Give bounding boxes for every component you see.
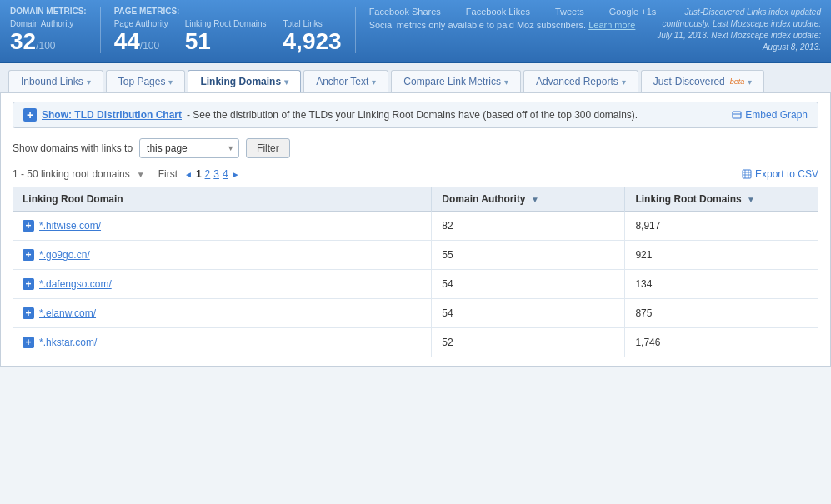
tab-top-pages[interactable]: Top Pages ▾ — [106, 70, 186, 92]
main-content: + Show: TLD Distribution Chart - See the… — [0, 93, 831, 367]
tab-advanced-reports[interactable]: Advanced Reports ▾ — [523, 70, 638, 92]
linking-root-domains-metric: Linking Root Domains 51 — [185, 19, 267, 53]
chevron-down-icon: ▾ — [372, 77, 376, 87]
filter-button[interactable]: Filter — [246, 138, 290, 158]
chevron-down-icon: ▾ — [622, 77, 626, 87]
chevron-down-icon: ▾ — [87, 77, 91, 87]
pagination-row: 1 - 50 linking root domains ▼ First ◄ 1 … — [13, 168, 818, 180]
page-authority-label: Page Authority — [114, 19, 168, 28]
linking-root-domains-value: 51 — [185, 30, 211, 53]
domain-authority-metric: Domain Authority 32/100 — [10, 19, 73, 53]
domain-link[interactable]: *.go9go.cn/ — [39, 249, 90, 261]
social-note: Social metrics only available to paid Mo… — [369, 20, 657, 30]
expand-row-button[interactable]: + — [23, 278, 34, 290]
domain-link[interactable]: *.elanw.com/ — [39, 307, 96, 319]
domain-cell: + *.elanw.com/ — [13, 299, 432, 328]
expand-row-button[interactable]: + — [23, 337, 34, 348]
total-links-value: 4,923 — [283, 30, 342, 53]
range-label: 1 - 50 linking root domains — [13, 168, 130, 180]
sort-desc-icon[interactable]: ▼ — [747, 195, 755, 204]
col-header-linking-root-domain: Linking Root Domain — [13, 187, 432, 212]
first-label[interactable]: First — [158, 168, 178, 180]
embed-icon — [732, 110, 742, 120]
svg-rect-0 — [733, 112, 741, 118]
export-csv-link[interactable]: Export to CSV — [742, 168, 818, 180]
linking-root-domains-cell: 134 — [625, 270, 818, 299]
sort-down-icon: ▼ — [137, 170, 145, 179]
page-2-link[interactable]: 2 — [205, 168, 211, 180]
tab-linking-domains[interactable]: Linking Domains ▾ — [188, 70, 301, 92]
tab-anchor-text[interactable]: Anchor Text ▾ — [303, 70, 388, 92]
page-links: ◄ 1 2 3 4 ► — [184, 168, 240, 180]
table-row: + *.dafengso.com/ 54134 — [13, 270, 818, 299]
chevron-down-icon: ▾ — [284, 77, 288, 87]
tld-distribution-bar: + Show: TLD Distribution Chart - See the… — [13, 102, 818, 128]
domain-authority-cell: 54 — [432, 270, 625, 299]
embed-graph-link[interactable]: Embed Graph — [732, 109, 808, 121]
facebook-shares-label: Facebook Shares — [369, 7, 441, 17]
nav-tabs: Inbound Links ▾ Top Pages ▾ Linking Doma… — [0, 63, 831, 93]
col-header-linking-root-domains: Linking Root Domains ▼ — [625, 187, 818, 212]
tab-inbound-links[interactable]: Inbound Links ▾ — [8, 70, 103, 92]
next-page-button[interactable]: ► — [232, 170, 240, 179]
domain-authority-cell: 54 — [432, 299, 625, 328]
linking-domains-table: Linking Root Domain Domain Authority ▼ L… — [13, 187, 818, 357]
col-header-domain-authority: Domain Authority ▼ — [432, 187, 625, 212]
domain-authority-cell: 82 — [432, 212, 625, 241]
filter-row: Show domains with links to this page thi… — [13, 138, 818, 158]
prev-page-button[interactable]: ◄ — [184, 170, 193, 179]
total-links-metric: Total Links 4,923 — [283, 19, 342, 53]
linking-root-domains-cell: 1,746 — [625, 328, 818, 357]
google-plus-label: Google +1s — [609, 7, 657, 17]
linking-root-domains-cell: 875 — [625, 299, 818, 328]
page-metrics-label: Page Metrics: — [114, 7, 342, 16]
table-row: + *.hkstar.com/ 521,746 — [13, 328, 818, 357]
tab-compare-link-metrics[interactable]: Compare Link Metrics ▾ — [391, 70, 521, 92]
page-4-link[interactable]: 4 — [223, 168, 228, 180]
tab-just-discovered[interactable]: Just-Discovered beta ▾ — [641, 70, 765, 92]
domain-authority-label: Domain Authority — [10, 19, 73, 28]
domain-link[interactable]: *.hitwise.com/ — [39, 220, 101, 232]
page-authority-metric: Page Authority 44/100 — [114, 19, 168, 53]
linking-root-domains-cell: 921 — [625, 241, 818, 270]
sort-desc-icon[interactable]: ▼ — [531, 195, 539, 204]
learn-more-link[interactable]: Learn more — [588, 20, 635, 30]
filter-label: Show domains with links to — [13, 142, 133, 154]
tld-description: - See the distribution of the TLDs your … — [187, 109, 638, 121]
total-links-label: Total Links — [283, 19, 323, 28]
page-3-link[interactable]: 3 — [213, 168, 219, 180]
linking-root-domains-label: Linking Root Domains — [185, 19, 267, 28]
chevron-down-icon: ▾ — [168, 77, 173, 87]
table-row: + *.go9go.cn/ 55921 — [13, 241, 818, 270]
tld-toggle-button[interactable]: + — [23, 108, 37, 122]
linking-root-domains-cell: 8,917 — [625, 212, 818, 241]
domain-authority-cell: 55 — [432, 241, 625, 270]
filter-select[interactable]: this page this subdomain this root domai… — [139, 138, 239, 158]
domain-authority-value: 32/100 — [10, 30, 56, 53]
domain-cell: + *.go9go.cn/ — [13, 241, 432, 270]
tweets-label: Tweets — [555, 7, 584, 17]
table-row: + *.elanw.com/ 54875 — [13, 299, 818, 328]
filter-select-wrapper[interactable]: this page this subdomain this root domai… — [139, 138, 239, 158]
table-row: + *.hitwise.com/ 828,917 — [13, 212, 818, 241]
tld-chart-link[interactable]: Show: TLD Distribution Chart — [42, 109, 182, 121]
expand-row-button[interactable]: + — [23, 220, 34, 232]
domain-cell: + *.hitwise.com/ — [13, 212, 432, 241]
domain-cell: + *.hkstar.com/ — [13, 328, 432, 357]
expand-row-button[interactable]: + — [23, 249, 34, 261]
table-header-row: Linking Root Domain Domain Authority ▼ L… — [13, 187, 818, 212]
chevron-down-icon: ▾ — [504, 77, 508, 87]
domain-authority-cell: 52 — [432, 328, 625, 357]
metrics-bar: Domain Metrics: Domain Authority 32/100 … — [0, 0, 831, 63]
svg-rect-2 — [743, 170, 751, 178]
beta-badge: beta — [730, 77, 745, 86]
export-icon — [742, 169, 752, 179]
social-metrics-section: Facebook Shares Facebook Likes Tweets Go… — [369, 7, 821, 53]
page-1-link[interactable]: 1 — [196, 168, 202, 180]
page-metrics-section: Page Metrics: Page Authority 44/100 Link… — [114, 7, 356, 53]
domain-link[interactable]: *.hkstar.com/ — [39, 337, 97, 348]
facebook-likes-label: Facebook Likes — [466, 7, 530, 17]
expand-row-button[interactable]: + — [23, 307, 34, 319]
domain-link[interactable]: *.dafengso.com/ — [39, 278, 112, 290]
domain-metrics-label: Domain Metrics: — [10, 7, 87, 16]
